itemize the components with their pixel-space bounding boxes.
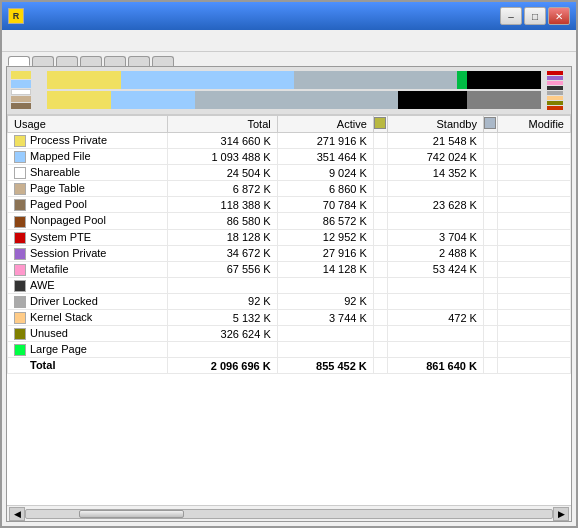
cell-total: 18 128 K <box>167 229 277 245</box>
cell-active-spacer <box>373 342 387 358</box>
cell-label: Paged Pool <box>8 197 168 213</box>
cell-standby-spacer <box>483 229 497 245</box>
cell-standby: 472 K <box>387 310 483 326</box>
tab-bar <box>2 52 576 66</box>
cell-standby-spacer <box>483 197 497 213</box>
cell-active: 271 916 K <box>277 133 373 149</box>
color-swatch <box>14 344 26 356</box>
cell-standby: 742 024 K <box>387 149 483 165</box>
cell-standby <box>387 277 483 293</box>
scroll-left-button[interactable]: ◀ <box>9 507 25 521</box>
cell-total: 1 093 488 K <box>167 149 277 165</box>
table-row: Session Private 34 672 K 27 916 K 2 488 … <box>8 245 571 261</box>
cell-total: 67 556 K <box>167 261 277 277</box>
cell-standby-spacer <box>483 358 497 374</box>
cell-standby-spacer <box>483 293 497 309</box>
cell-active-spacer <box>373 310 387 326</box>
menu-bar <box>2 30 576 52</box>
tab-file-summary[interactable] <box>128 56 150 66</box>
cell-total: 6 872 K <box>167 181 277 197</box>
color-swatch <box>14 312 26 324</box>
cell-active <box>277 277 373 293</box>
col-header-standby-color <box>483 116 497 133</box>
cell-modified <box>497 358 570 374</box>
table-row: AWE <box>8 277 571 293</box>
cell-total: 86 580 K <box>167 213 277 229</box>
cell-total: 34 672 K <box>167 245 277 261</box>
cell-total: 5 132 K <box>167 310 277 326</box>
cell-total: 118 388 K <box>167 197 277 213</box>
cell-modified <box>497 261 570 277</box>
cell-total: 314 660 K <box>167 133 277 149</box>
cell-standby-spacer <box>483 165 497 181</box>
cell-standby: 861 640 K <box>387 358 483 374</box>
col-header-total: Total <box>167 116 277 133</box>
tab-use-counts[interactable] <box>8 56 30 66</box>
cell-total: 2 096 696 K <box>167 358 277 374</box>
cell-standby <box>387 181 483 197</box>
cell-standby-spacer <box>483 181 497 197</box>
table-row: Kernel Stack 5 132 K 3 744 K 472 K <box>8 310 571 326</box>
cell-label: Shareable <box>8 165 168 181</box>
cell-active: 70 784 K <box>277 197 373 213</box>
tab-priority-summary[interactable] <box>56 56 78 66</box>
menu-empty[interactable] <box>22 39 38 43</box>
maximize-button[interactable]: □ <box>524 7 546 25</box>
cell-active-spacer <box>373 197 387 213</box>
cell-total: 92 K <box>167 293 277 309</box>
horizontal-scrollbar[interactable]: ◀ ▶ <box>7 505 571 521</box>
cell-modified <box>497 277 570 293</box>
cell-active-spacer <box>373 181 387 197</box>
cell-total: 24 504 K <box>167 165 277 181</box>
cell-label: Process Private <box>8 133 168 149</box>
cell-active-spacer <box>373 326 387 342</box>
table-row: Unused 326 624 K <box>8 326 571 342</box>
table-row: Driver Locked 92 K 92 K <box>8 293 571 309</box>
title-bar: R – □ ✕ <box>2 2 576 30</box>
col-header-active-color <box>373 116 387 133</box>
cell-standby-spacer <box>483 277 497 293</box>
cell-active <box>277 326 373 342</box>
scrollbar-track[interactable] <box>25 509 553 519</box>
cell-active: 12 952 K <box>277 229 373 245</box>
close-button[interactable]: ✕ <box>548 7 570 25</box>
table-row: Shareable 24 504 K 9 024 K 14 352 K <box>8 165 571 181</box>
cell-active: 92 K <box>277 293 373 309</box>
cell-label: AWE <box>8 277 168 293</box>
cell-standby: 21 548 K <box>387 133 483 149</box>
scroll-right-button[interactable]: ▶ <box>553 507 569 521</box>
table-row: Metafile 67 556 K 14 128 K 53 424 K <box>8 261 571 277</box>
cell-label: Total <box>8 358 168 374</box>
minimize-button[interactable]: – <box>500 7 522 25</box>
data-table-container[interactable]: Usage Total Active Standby Modifie Proce… <box>7 115 571 505</box>
cell-label: Session Private <box>8 245 168 261</box>
cell-modified <box>497 149 570 165</box>
cell-active: 6 860 K <box>277 181 373 197</box>
tab-file-details[interactable] <box>152 56 174 66</box>
cell-active-spacer <box>373 293 387 309</box>
cell-modified <box>497 310 570 326</box>
cell-standby-spacer <box>483 261 497 277</box>
menu-help[interactable] <box>38 39 54 43</box>
scrollbar-thumb[interactable] <box>79 510 184 518</box>
color-swatch <box>14 360 26 372</box>
color-swatch <box>14 280 26 292</box>
tab-processes[interactable] <box>32 56 54 66</box>
cell-active: 14 128 K <box>277 261 373 277</box>
cell-standby-spacer <box>483 310 497 326</box>
color-swatch <box>14 183 26 195</box>
cell-active: 855 452 K <box>277 358 373 374</box>
color-swatch <box>14 216 26 228</box>
cell-active-spacer <box>373 149 387 165</box>
cell-standby: 53 424 K <box>387 261 483 277</box>
table-row: Page Table 6 872 K 6 860 K <box>8 181 571 197</box>
cell-standby: 3 704 K <box>387 229 483 245</box>
col-header-standby: Standby <box>387 116 483 133</box>
tab-physical-pages[interactable] <box>80 56 102 66</box>
cell-modified <box>497 326 570 342</box>
color-swatch <box>14 264 26 276</box>
tab-physical-ranges[interactable] <box>104 56 126 66</box>
menu-file[interactable] <box>6 39 22 43</box>
cell-standby-spacer <box>483 326 497 342</box>
cell-total <box>167 277 277 293</box>
